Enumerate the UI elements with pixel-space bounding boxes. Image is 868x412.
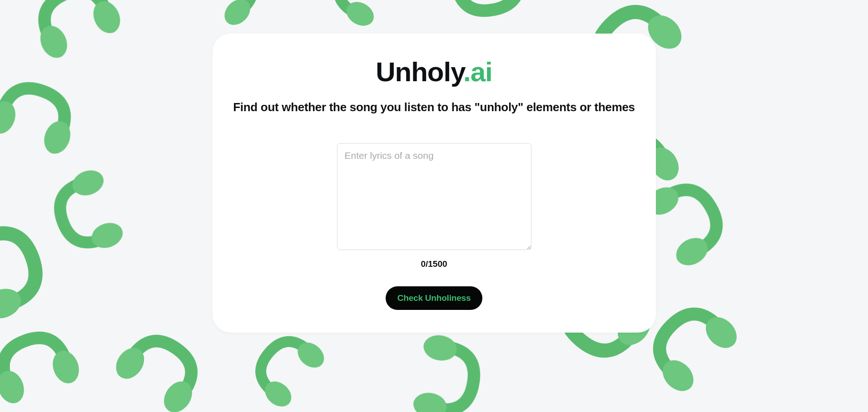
character-counter: 0/1500 [421,259,447,269]
check-button[interactable]: Check Unholiness [386,286,483,310]
main-card: Unholy.ai Find out whether the song you … [213,34,656,333]
page-title: Unholy.ai [376,56,492,88]
input-section: 0/1500 Check Unholiness [231,143,638,310]
lyrics-input[interactable] [337,143,531,250]
title-main: Unholy [376,57,463,87]
title-accent: .ai [463,57,492,87]
page-subtitle: Find out whether the song you listen to … [233,100,635,114]
page-container: Unholy.ai Find out whether the song you … [0,0,868,412]
